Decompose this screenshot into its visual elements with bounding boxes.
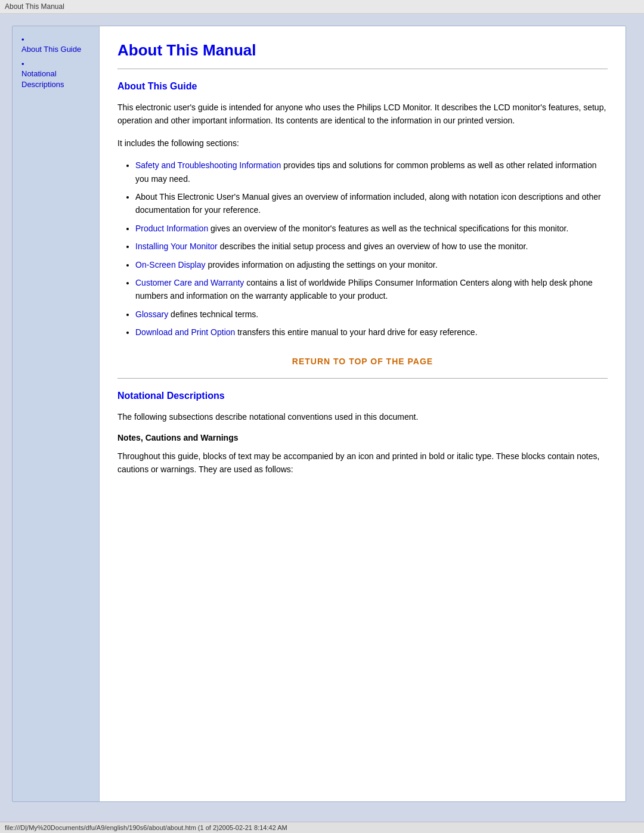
sidebar-nav: About This Guide Notational Descriptions <box>13 26 99 801</box>
divider-top <box>117 69 608 69</box>
return-to-top-link[interactable]: RETURN TO TOP OF THE PAGE <box>292 357 433 366</box>
section-notational: Notational Descriptions The following su… <box>117 391 608 476</box>
page-title: About This Manual <box>117 41 608 60</box>
divider-middle <box>117 378 608 379</box>
list-item-glossary: Glossary defines technical terms. <box>135 308 608 321</box>
link-customer-care[interactable]: Customer Care and Warranty <box>135 278 244 287</box>
outer-card: About This Guide Notational Descriptions… <box>12 26 626 802</box>
list-item-electronic: About This Electronic User's Manual give… <box>135 190 608 217</box>
title-bar-text: About This Manual <box>5 2 64 11</box>
sidebar-link-notational[interactable]: Notational Descriptions <box>21 69 93 90</box>
list-item-osd: On-Screen Display provides information o… <box>135 258 608 271</box>
status-bar: file:///D|/My%20Documents/dfu/A9/english… <box>0 822 644 833</box>
list-item-electronic-text: About This Electronic User's Manual give… <box>135 192 601 215</box>
list-item-customer-care: Customer Care and Warranty contains a li… <box>135 276 608 303</box>
section1-intro2: It includes the following sections: <box>117 137 608 150</box>
list-item-product-text: gives an overview of the monitor's featu… <box>208 224 568 233</box>
link-download[interactable]: Download and Print Option <box>135 327 235 337</box>
sidebar-link-about-guide[interactable]: About This Guide <box>21 44 93 55</box>
list-item-safety: Safety and Troubleshooting Information p… <box>135 159 608 185</box>
layout-container: About This Guide Notational Descriptions… <box>13 26 626 801</box>
return-to-top[interactable]: RETURN TO TOP OF THE PAGE <box>117 357 608 366</box>
list-item-download: Download and Print Option transfers this… <box>135 326 608 339</box>
sidebar-item-notational[interactable]: Notational Descriptions <box>21 60 93 90</box>
link-product[interactable]: Product Information <box>135 224 208 233</box>
section2-subsection-text: Throughout this guide, blocks of text ma… <box>117 450 608 476</box>
section1-list: Safety and Troubleshooting Information p… <box>135 159 608 339</box>
title-bar: About This Manual <box>0 0 644 14</box>
link-installing[interactable]: Installing Your Monitor <box>135 241 218 251</box>
list-item-product: Product Information gives an overview of… <box>135 222 608 235</box>
list-item-download-text: transfers this entire manual to your har… <box>235 327 477 337</box>
link-glossary[interactable]: Glossary <box>135 309 168 319</box>
status-bar-text: file:///D|/My%20Documents/dfu/A9/english… <box>5 824 287 831</box>
link-safety[interactable]: Safety and Troubleshooting Information <box>135 160 281 170</box>
list-item-osd-text: provides information on adjusting the se… <box>206 260 438 270</box>
main-area: About This Manual About This Guide This … <box>99 26 626 801</box>
list-item-installing-text: describes the initial setup process and … <box>218 241 528 251</box>
list-item-glossary-text: defines technical terms. <box>168 309 258 319</box>
sidebar-item-about-guide[interactable]: About This Guide <box>21 35 93 55</box>
section-heading-about-guide: About This Guide <box>117 81 608 92</box>
section-heading-notational: Notational Descriptions <box>117 391 608 401</box>
list-item-installing: Installing Your Monitor describes the in… <box>135 240 608 253</box>
notes-cautions-heading: Notes, Cautions and Warnings <box>117 433 608 442</box>
section1-intro1: This electronic user's guide is intended… <box>117 101 608 128</box>
section2-intro: The following subsections describe notat… <box>117 410 608 423</box>
section-about-guide: About This Guide This electronic user's … <box>117 81 608 366</box>
link-osd[interactable]: On-Screen Display <box>135 260 206 270</box>
page-wrapper: About This Guide Notational Descriptions… <box>0 14 644 825</box>
